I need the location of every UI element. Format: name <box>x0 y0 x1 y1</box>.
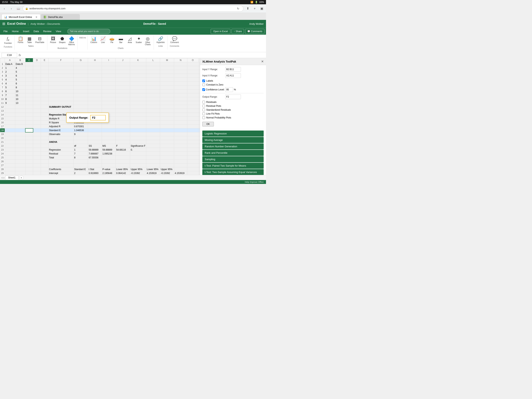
hyperlink-button[interactable]: 🔗 Hyperlink <box>155 36 166 44</box>
cell[interactable] <box>33 167 41 171</box>
cell[interactable] <box>130 90 146 93</box>
cell[interactable] <box>25 140 33 144</box>
row-header-12[interactable]: 12 <box>0 105 5 109</box>
cell[interactable] <box>88 101 102 105</box>
reload-button[interactable]: ↻ <box>235 6 241 11</box>
cell[interactable] <box>187 97 198 101</box>
cell[interactable] <box>174 148 187 152</box>
cell[interactable] <box>41 160 48 163</box>
cell[interactable] <box>15 148 25 152</box>
cell[interactable]: Upper 95% <box>130 167 146 171</box>
cell[interactable] <box>198 152 200 156</box>
tool-btn-t-test-two-sample-assuming-equal-variances[interactable]: t-Test: Two-Sample Assuming Equal Varian… <box>202 169 264 175</box>
tell-me-input[interactable] <box>67 29 110 34</box>
cell[interactable] <box>198 136 200 140</box>
cell[interactable] <box>130 129 146 132</box>
cell[interactable] <box>73 136 88 140</box>
cell[interactable] <box>130 136 146 140</box>
col-header-A[interactable]: A <box>5 58 15 62</box>
cell[interactable] <box>160 117 174 121</box>
cell[interactable]: t Stat <box>88 167 102 171</box>
cell[interactable] <box>187 144 198 148</box>
cell[interactable] <box>41 132 48 136</box>
cell[interactable] <box>48 97 73 101</box>
cell[interactable] <box>198 82 200 85</box>
cell[interactable]: 5 <box>15 70 25 74</box>
cell[interactable] <box>102 62 116 66</box>
cell[interactable] <box>33 148 41 152</box>
cell[interactable] <box>160 124 174 129</box>
cell[interactable] <box>187 74 198 78</box>
cell[interactable] <box>48 90 73 93</box>
cell[interactable] <box>115 156 130 160</box>
cell[interactable] <box>5 113 15 117</box>
row-header-28[interactable]: 28 <box>0 167 5 171</box>
comment-button[interactable]: 💬 Comment <box>169 36 180 44</box>
cell[interactable] <box>102 109 116 113</box>
cell[interactable] <box>15 152 25 156</box>
col-header-H[interactable]: H <box>88 58 102 62</box>
tool-btn-random-number-generation[interactable]: Random Number Generation <box>202 143 264 149</box>
cell[interactable] <box>174 167 187 171</box>
popup-input[interactable] <box>90 115 106 120</box>
cell[interactable]: Intercept <box>48 171 73 175</box>
cell[interactable] <box>198 93 200 97</box>
cell[interactable] <box>73 85 88 90</box>
cell[interactable] <box>48 82 73 85</box>
cell[interactable] <box>160 132 174 136</box>
cell[interactable] <box>187 117 198 121</box>
cell[interactable] <box>33 171 41 175</box>
cell[interactable] <box>33 132 41 136</box>
cell[interactable] <box>160 136 174 140</box>
cell[interactable] <box>41 140 48 144</box>
cell[interactable] <box>198 140 200 144</box>
cell[interactable] <box>146 117 160 121</box>
cell[interactable] <box>115 90 130 93</box>
cell[interactable] <box>198 85 200 90</box>
cell[interactable] <box>115 62 130 66</box>
row-header-27[interactable]: 27 <box>0 163 5 167</box>
cell[interactable] <box>33 101 41 105</box>
cell[interactable] <box>88 70 102 74</box>
cell[interactable] <box>73 74 88 78</box>
cell[interactable] <box>115 78 130 82</box>
cell[interactable]: Standard E <box>48 129 73 132</box>
cell[interactable] <box>130 78 146 82</box>
cell[interactable]: 9 <box>5 101 15 105</box>
panel-close-button[interactable]: ✕ <box>261 60 264 63</box>
cell[interactable] <box>41 93 48 97</box>
cell[interactable]: 2 <box>73 171 88 175</box>
cell[interactable] <box>5 109 15 113</box>
col-header-B[interactable]: B <box>15 58 25 62</box>
cell[interactable] <box>15 121 25 124</box>
cell[interactable] <box>198 74 200 78</box>
cell[interactable] <box>25 66 33 70</box>
cell[interactable] <box>146 93 160 97</box>
constant-zero-checkbox[interactable] <box>202 83 205 86</box>
row-header-2[interactable]: 2 <box>0 66 5 70</box>
cell[interactable] <box>146 109 160 113</box>
cell[interactable] <box>174 93 187 97</box>
cell[interactable] <box>102 74 116 78</box>
cell[interactable]: 0.064142 <box>115 171 130 175</box>
apps-grid-icon[interactable]: ⊞ <box>2 22 5 26</box>
cell[interactable] <box>25 70 33 74</box>
cell[interactable]: P-value <box>102 167 116 171</box>
cell[interactable]: 0.870301 <box>73 124 88 129</box>
add-sheet-button[interactable]: + <box>19 175 24 180</box>
cell[interactable] <box>146 144 160 148</box>
cell[interactable] <box>25 156 33 160</box>
cell[interactable]: Observatio <box>48 132 73 136</box>
cell[interactable] <box>88 74 102 78</box>
cell[interactable] <box>25 97 33 101</box>
cell[interactable]: -0.15392 <box>160 171 174 175</box>
row-header-24[interactable]: 24 <box>0 152 5 156</box>
cell[interactable] <box>146 148 160 152</box>
cell[interactable] <box>187 136 198 140</box>
cell[interactable] <box>160 101 174 105</box>
cell[interactable] <box>41 171 48 175</box>
cell[interactable]: 4.153919 <box>174 171 187 175</box>
cell[interactable] <box>15 113 25 117</box>
cell[interactable] <box>25 152 33 156</box>
col-header-K[interactable]: K <box>130 58 146 62</box>
